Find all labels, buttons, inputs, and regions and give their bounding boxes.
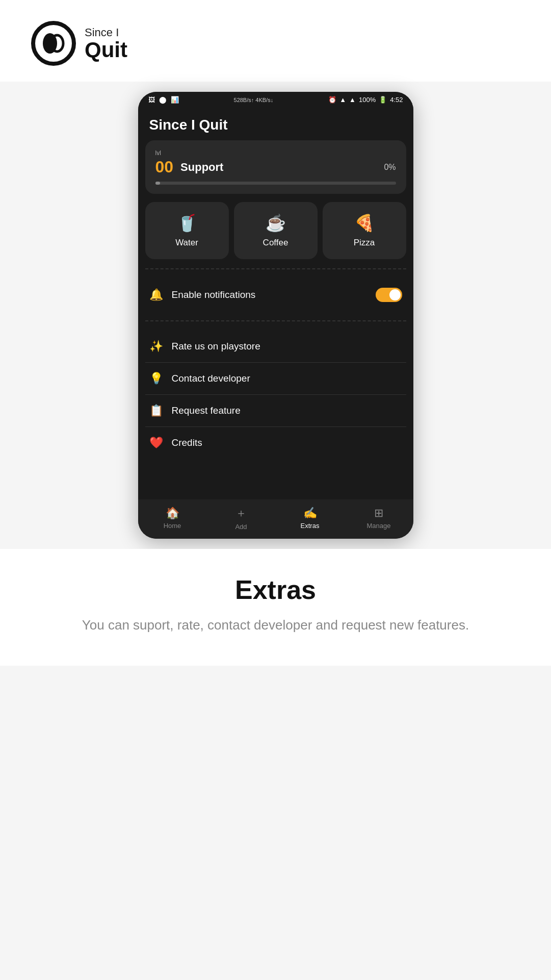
support-level-number: 00	[155, 158, 174, 177]
support-name-label: Support	[180, 161, 223, 174]
add-nav-icon: ＋	[235, 506, 247, 521]
status-alarm-icon: ⏰	[328, 96, 336, 104]
bottom-description: Extras You can suport, rate, contact dev…	[0, 549, 551, 666]
status-battery-icon: 🔋	[379, 96, 387, 104]
status-battery-label: 100%	[359, 96, 376, 104]
heart-icon: ❤️	[149, 436, 164, 449]
nav-item-extras[interactable]: ✍️ Extras	[276, 507, 345, 530]
clipboard-icon: 📋	[149, 404, 164, 417]
status-time: 4:52	[390, 96, 403, 104]
support-percent: 0%	[384, 163, 396, 172]
contact-label: Contact developer	[172, 373, 250, 384]
brand-text: Since I Quit	[85, 26, 127, 61]
star-icon: ✨	[149, 340, 164, 353]
support-title-row: 00 Support	[155, 158, 224, 177]
support-row: 00 Support 0%	[155, 158, 396, 177]
manage-nav-label: Manage	[367, 522, 391, 530]
donation-pizza-button[interactable]: 🍕 Pizza	[323, 202, 406, 259]
bottom-section-subtitle: You can suport, rate, contact developer …	[82, 615, 469, 635]
contact-left: 💡 Contact developer	[149, 372, 250, 385]
notifications-toggle[interactable]	[376, 288, 402, 302]
menu-item-contact[interactable]: 💡 Contact developer	[138, 363, 413, 394]
pizza-label: Pizza	[354, 238, 375, 248]
phone-frame: 🖼 ⬤ 📊 528B/s↑ 4KB/s↓ ⏰ ▲ ▲ 100% 🔋 4:52 S…	[138, 92, 413, 539]
home-nav-label: Home	[164, 522, 181, 530]
status-icon-circle: ⬤	[159, 96, 167, 104]
add-nav-label: Add	[235, 523, 247, 531]
status-icon-chart: 📊	[171, 96, 179, 104]
bottom-nav: 🏠 Home ＋ Add ✍️ Extras ⊞ Manage	[138, 499, 413, 539]
brand-quit-label: Quit	[85, 39, 127, 61]
request-label: Request feature	[172, 405, 241, 416]
bottom-section-title: Extras	[235, 574, 316, 605]
water-label: Water	[175, 238, 198, 248]
notifications-left: 🔔 Enable notifications	[149, 288, 256, 301]
status-left-icons: 🖼 ⬤ 📊	[148, 96, 179, 104]
status-icon-image: 🖼	[148, 96, 155, 104]
menu-item-notifications[interactable]: 🔔 Enable notifications	[138, 279, 413, 311]
menu-item-rate[interactable]: ✨ Rate us on playstore	[138, 331, 413, 362]
nav-item-manage[interactable]: ⊞ Manage	[345, 507, 413, 530]
menu-item-credits[interactable]: ❤️ Credits	[138, 427, 413, 459]
donation-coffee-button[interactable]: ☕ Coffee	[234, 202, 318, 259]
status-wifi-icon: ▲	[339, 96, 346, 104]
manage-nav-icon: ⊞	[374, 507, 383, 520]
nav-item-home[interactable]: 🏠 Home	[138, 507, 207, 530]
donation-water-button[interactable]: 🥤 Water	[145, 202, 229, 259]
extras-nav-label: Extras	[301, 522, 320, 530]
request-left: 📋 Request feature	[149, 404, 241, 417]
app-content: Since I Quit lvl 00 Support 0% 🥤	[138, 108, 413, 499]
phone-wrapper: 🖼 ⬤ 📊 528B/s↑ 4KB/s↓ ⏰ ▲ ▲ 100% 🔋 4:52 S…	[0, 82, 551, 549]
status-right-icons: ⏰ ▲ ▲ 100% 🔋 4:52	[328, 96, 403, 104]
brand-header: Since I Quit	[0, 0, 551, 82]
coffee-label: Coffee	[263, 238, 288, 248]
extras-nav-icon: ✍️	[303, 507, 317, 520]
home-nav-icon: 🏠	[166, 507, 179, 520]
app-title: Since I Quit	[138, 108, 413, 140]
credits-label: Credits	[172, 437, 202, 448]
progress-bar-fill	[155, 182, 160, 185]
toggle-thumb	[389, 289, 401, 300]
bell-icon: 🔔	[149, 288, 164, 301]
progress-bar-bg	[155, 182, 396, 185]
donation-grid: 🥤 Water ☕ Coffee 🍕 Pizza	[145, 202, 406, 259]
coffee-icon: ☕	[266, 213, 286, 233]
support-card: lvl 00 Support 0%	[145, 140, 406, 194]
menu-item-request[interactable]: 📋 Request feature	[138, 395, 413, 426]
dashed-divider	[145, 268, 406, 269]
water-icon: 🥤	[177, 213, 197, 233]
lightbulb-icon: 💡	[149, 372, 164, 385]
notifications-label: Enable notifications	[172, 289, 256, 300]
nav-item-add[interactable]: ＋ Add	[207, 506, 276, 531]
status-bar: 🖼 ⬤ 📊 528B/s↑ 4KB/s↓ ⏰ ▲ ▲ 100% 🔋 4:52	[138, 92, 413, 108]
status-network: 528B/s↑ 4KB/s↓	[234, 97, 274, 103]
support-lvl-label: lvl	[155, 149, 396, 157]
rate-left: ✨ Rate us on playstore	[149, 340, 260, 353]
pizza-icon: 🍕	[354, 213, 375, 233]
dashed-divider-2	[145, 320, 406, 321]
content-spacer	[138, 459, 413, 499]
status-signal-icon: ▲	[349, 96, 356, 104]
rate-label: Rate us on playstore	[172, 341, 260, 352]
credits-left: ❤️ Credits	[149, 436, 202, 449]
brand-logo-icon	[31, 20, 76, 66]
